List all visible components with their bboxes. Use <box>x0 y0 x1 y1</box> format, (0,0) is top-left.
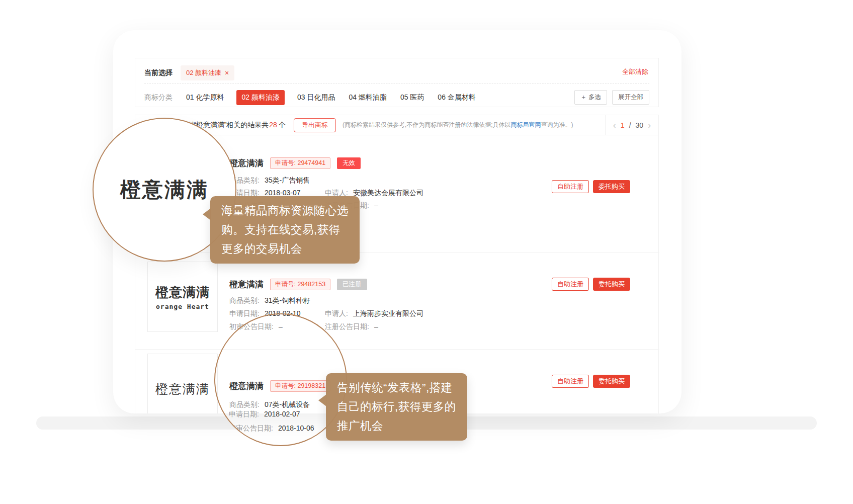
field-value: 安徽美达会展有限公司 <box>353 189 423 197</box>
disclaimer-post: 查询为准。) <box>541 121 573 128</box>
field-label: 商品类别: <box>229 400 260 408</box>
row-2-name-line: 橙意满满 申请号: 29482153 已注册 <box>229 279 367 290</box>
tooltip-2-line-2: 自己的标行,获得更多的 <box>337 397 456 416</box>
field-label: 申请日期: <box>229 309 260 317</box>
page-divider: / <box>629 121 631 129</box>
expand-all-button[interactable]: 展开全部 <box>612 90 649 105</box>
row-3-actions: 自助注册 委托购买 <box>552 375 630 388</box>
total-pages: 30 <box>636 121 644 129</box>
category-actions: ＋ 多选 展开全部 <box>574 90 649 105</box>
disclaimer-text: (商标检索结果仅供参考,不作为商标能否注册的法律依据;具体以商标局官网查询为准。… <box>343 121 573 129</box>
results-header: 当前分类检索到“橙意满满”相关的结果共28个 导出商标 (商标检索结果仅供参考,… <box>135 115 658 135</box>
result-row-2: 橙意满满 orange Heart 橙意满满 申请号: 29482153 已注册… <box>135 252 659 349</box>
field-label: 商品类别: <box>229 296 260 304</box>
tooltip-bubble-1: 海量精品商标资源随心选 购。支持在线交易,获得 更多的交易机会 <box>210 196 360 264</box>
self-register-button[interactable]: 自助注册 <box>552 278 589 291</box>
app-no-label: 申请号: <box>275 281 296 288</box>
field-value: 2018-02-10 <box>265 309 301 317</box>
field-value: – <box>279 322 283 330</box>
category-item-02-selected[interactable]: 02 颜料油漆 <box>236 90 284 105</box>
trademark-image-text: 橙意满满 <box>155 381 210 397</box>
current-selection-label: 当前选择 <box>144 68 173 77</box>
entrust-purchase-button[interactable]: 委托购买 <box>593 180 630 193</box>
entrust-purchase-button[interactable]: 委托购买 <box>593 278 630 291</box>
trademark-image-text: 橙意满满 <box>155 284 210 301</box>
field-value: 07类-机械设备 <box>265 400 310 408</box>
self-register-button[interactable]: 自助注册 <box>552 180 589 193</box>
selected-filter-text: 02 颜料油漆 <box>186 68 221 77</box>
tooltip-bubble-2: 告别传统“发表格”,搭建 自己的标行,获得更多的 推广机会 <box>326 373 467 441</box>
row-3-name-line: 橙意满满 申请号: 29198321 <box>229 380 330 392</box>
row-2-date-line: 申请日期:2018-02-10 申请人:上海雨步实业有限公司 <box>229 309 301 318</box>
field-label: 申请人: <box>325 309 348 317</box>
app-no-value: 29482153 <box>297 281 325 288</box>
application-number-tag: 申请号: 29474941 <box>270 157 330 169</box>
tooltip-2-line-3: 推广机会 <box>337 416 456 436</box>
status-badge-invalid: 无效 <box>337 157 361 169</box>
row-2-details: 橙意满满 申请号: 29482153 已注册 商品类别:31类-饲料种籽 申请日… <box>229 253 541 349</box>
clear-all-link[interactable]: 全部清除 <box>622 67 648 76</box>
filter-panel: 当前选择 02 颜料油漆 × 全部清除 商标分类 01 化学原料 02 颜料油漆… <box>135 58 659 107</box>
row-1-name-line: 橙意满满 申请号: 29474941 无效 <box>229 157 361 169</box>
category-row-label: 商标分类 <box>144 93 173 102</box>
trademark-name: 橙意满满 <box>229 157 264 169</box>
trademark-thumbnail-2[interactable]: 橙意满满 orange Heart <box>147 262 218 332</box>
app-no-label: 申请号: <box>275 382 296 389</box>
row-2-actions: 自助注册 委托购买 <box>552 278 630 291</box>
next-page-icon[interactable]: › <box>648 122 651 129</box>
official-site-link[interactable]: 商标局官网 <box>511 121 541 128</box>
app-no-value: 29198321 <box>297 382 325 389</box>
app-no-value: 29474941 <box>297 159 325 166</box>
row-2-notice-line: 初审公告日期:– 注册公告日期:– <box>229 322 283 331</box>
trademark-thumbnail-3[interactable]: 橙意满满 <box>147 354 218 413</box>
multi-select-button[interactable]: ＋ 多选 <box>574 90 607 105</box>
trademark-name: 橙意满满 <box>229 380 264 392</box>
field-value: 2018-03-07 <box>265 189 301 197</box>
prev-page-icon[interactable]: ‹ <box>613 122 616 129</box>
selected-filter-tag[interactable]: 02 颜料油漆 × <box>181 65 234 80</box>
tooltip-2-line-1: 告别传统“发表格”,搭建 <box>337 378 456 397</box>
current-page: 1 <box>621 121 625 129</box>
field-value: 31类-饲料种籽 <box>265 296 310 304</box>
remove-filter-icon[interactable]: × <box>225 70 229 75</box>
results-summary-suffix: 个 <box>279 121 286 129</box>
export-trademark-button[interactable]: 导出商标 <box>294 118 336 132</box>
field-value: 35类-广告销售 <box>265 176 310 184</box>
application-number-tag: 申请号: 29482153 <box>270 279 330 290</box>
self-register-button[interactable]: 自助注册 <box>552 375 589 388</box>
category-item-06[interactable]: 06 金属材料 <box>438 93 475 102</box>
app-no-label: 申请号: <box>275 159 296 166</box>
row-3-category-line: 商品类别:07类-机械设备 <box>229 400 310 409</box>
field-label: 申请人: <box>325 189 348 197</box>
trademark-name: 橙意满满 <box>229 279 264 290</box>
category-row: 商标分类 01 化学原料 02 颜料油漆 03 日化用品 04 燃料油脂 05 … <box>135 84 658 105</box>
tooltip-1-line-2: 购。支持在线交易,获得 <box>221 220 349 239</box>
application-number-tag: 申请号: 29198321 <box>270 380 330 392</box>
category-item-05[interactable]: 05 医药 <box>400 93 424 102</box>
category-item-01[interactable]: 01 化学原料 <box>186 93 224 102</box>
row-2-category-line: 商品类别:31类-饲料种籽 <box>229 296 310 305</box>
entrust-purchase-button[interactable]: 委托购买 <box>593 375 630 388</box>
status-badge-registered: 已注册 <box>337 279 367 290</box>
field-value: – <box>374 322 378 330</box>
tooltip-1-line-3: 更多的交易机会 <box>221 239 349 259</box>
row-1-category-line: 商品类别:35类-广告销售 <box>229 176 310 185</box>
result-count: 28 <box>269 121 277 129</box>
current-selection-row: 当前选择 02 颜料油漆 × 全部清除 <box>135 58 658 80</box>
trademark-image-subtext: orange Heart <box>156 303 209 310</box>
magnified-trademark-text: 橙意满满 <box>120 176 209 204</box>
category-item-03[interactable]: 03 日化用品 <box>297 93 335 102</box>
row-1-actions: 自助注册 委托购买 <box>552 180 630 193</box>
disclaimer-pre: (商标检索结果仅供参考,不作为商标能否注册的法律依据;具体以 <box>343 121 511 128</box>
tooltip-1-line-1: 海量精品商标资源随心选 <box>221 201 349 220</box>
field-label: 注册公告日期: <box>325 322 369 330</box>
field-label: 初审公告日期: <box>229 322 274 330</box>
page: 当前选择 02 颜料油漆 × 全部清除 商标分类 01 化学原料 02 颜料油漆… <box>0 0 853 504</box>
category-item-04[interactable]: 04 燃料油脂 <box>349 93 386 102</box>
field-value: – <box>374 201 378 209</box>
field-value: 上海雨步实业有限公司 <box>353 309 423 317</box>
pagination: ‹ 1 / 30 › <box>605 115 658 135</box>
